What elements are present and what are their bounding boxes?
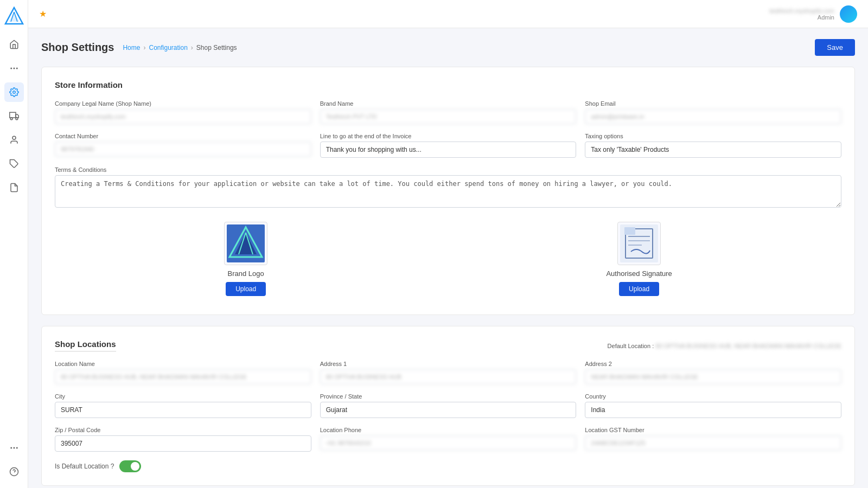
- svg-point-15: [13, 447, 15, 449]
- address2-label: Address 2: [585, 361, 841, 367]
- loc-row-3: Zip / Postal Code Location Phone Locatio…: [55, 427, 841, 452]
- city-label: City: [55, 393, 311, 400]
- gst-label: Location GST Number: [585, 427, 841, 433]
- sidebar-person[interactable]: [4, 130, 24, 150]
- svg-point-6: [16, 68, 17, 69]
- svg-point-14: [10, 447, 12, 449]
- brand-logo-item: Brand Logo Upload: [224, 222, 267, 296]
- sidebar-doc[interactable]: [4, 178, 24, 197]
- page-title: Shop Settings: [41, 41, 114, 54]
- default-location-toggle[interactable]: [119, 460, 141, 472]
- page-header: Shop Settings Home › Configuration › Sho…: [41, 39, 855, 56]
- invoice-line-group: Line to go at the end of the Invoice: [320, 133, 577, 158]
- invoice-line-label: Line to go at the end of the Invoice: [320, 133, 577, 139]
- brand-name-input[interactable]: [320, 109, 577, 124]
- breadcrumb-home[interactable]: Home: [123, 44, 140, 52]
- topbar: ★ testhinch.myshopify.com Admin: [28, 0, 868, 28]
- shop-email-input[interactable]: [585, 109, 841, 124]
- default-location-value: 80 OPTIVA BUSINESS HUB, NEAR BHAGWAN MAH…: [655, 343, 841, 349]
- phone-input[interactable]: [320, 435, 577, 451]
- locations-title: Shop Locations: [55, 339, 116, 352]
- country-group: Country: [585, 393, 841, 418]
- page-header-left: Shop Settings Home › Configuration › Sho…: [41, 41, 237, 54]
- breadcrumb: Home › Configuration › Shop Settings: [123, 44, 237, 52]
- authorised-sig-label: Authorised Signature: [606, 269, 672, 278]
- breadcrumb-config[interactable]: Configuration: [149, 44, 187, 52]
- company-input[interactable]: [55, 109, 311, 124]
- zip-input[interactable]: [55, 435, 311, 452]
- sidebar-help[interactable]: [4, 462, 24, 481]
- address2-group: Address 2: [585, 361, 841, 384]
- form-row-1: Company Legal Name (Shop Name) Brand Nam…: [55, 100, 841, 124]
- svg-point-5: [13, 68, 15, 69]
- save-button[interactable]: Save: [815, 39, 855, 56]
- authorised-sig-item: Authorised Signature Upload: [606, 222, 672, 296]
- svg-point-10: [10, 118, 12, 120]
- upload-row: Brand Logo Upload: [55, 216, 841, 301]
- country-input[interactable]: [585, 402, 841, 418]
- contact-group: Contact Number: [55, 133, 311, 158]
- province-input[interactable]: [320, 402, 577, 418]
- breadcrumb-sep1: ›: [143, 44, 145, 52]
- user-email: testhinch.myshopify.com: [769, 8, 834, 14]
- topbar-right: testhinch.myshopify.com Admin: [769, 5, 857, 23]
- contact-input[interactable]: [55, 142, 311, 157]
- brand-logo-label: Brand Logo: [228, 269, 264, 278]
- location-name-label: Location Name: [55, 361, 311, 367]
- company-name-group: Company Legal Name (Shop Name): [55, 100, 311, 124]
- user-avatar[interactable]: [840, 5, 857, 23]
- taxing-select[interactable]: Tax only 'Taxable' Products: [585, 142, 841, 158]
- svg-point-7: [12, 91, 15, 94]
- sidebar-dots1[interactable]: [4, 59, 24, 78]
- default-location-label: Default Location :: [608, 343, 654, 349]
- shop-locations-card: Shop Locations Default Location : 80 OPT…: [41, 326, 855, 486]
- address1-label: Address 1: [320, 361, 577, 367]
- company-label: Company Legal Name (Shop Name): [55, 100, 311, 107]
- breadcrumb-sep2: ›: [191, 44, 193, 52]
- city-input[interactable]: [55, 402, 311, 418]
- default-location-question: Is Default Location ?: [55, 463, 114, 470]
- toggle-slider: [119, 460, 141, 472]
- brand-logo-image: [227, 224, 265, 262]
- favorite-star[interactable]: ★: [39, 9, 47, 19]
- sig-image: [620, 224, 658, 262]
- terms-label: Terms & Conditions: [55, 166, 841, 173]
- sig-upload-btn[interactable]: Upload: [619, 282, 659, 296]
- sidebar-settings[interactable]: [4, 82, 24, 102]
- loc-row-2: City Province / State Country: [55, 393, 841, 418]
- store-info-title: Store Information: [55, 80, 841, 89]
- brand-name-group: Brand Name: [320, 100, 577, 124]
- svg-point-12: [12, 136, 16, 139]
- loc-row-1: Location Name Address 1 Address 2: [55, 361, 841, 384]
- sidebar-tag[interactable]: [4, 154, 24, 174]
- shop-email-label: Shop Email: [585, 100, 841, 107]
- sidebar-truck[interactable]: [4, 106, 24, 126]
- address2-input[interactable]: [585, 369, 841, 384]
- province-group: Province / State: [320, 393, 577, 418]
- store-information-card: Store Information Company Legal Name (Sh…: [41, 67, 855, 315]
- country-label: Country: [585, 393, 841, 400]
- gst-input[interactable]: [585, 435, 841, 451]
- svg-point-4: [10, 68, 12, 69]
- svg-rect-8: [9, 112, 15, 118]
- user-role: Admin: [769, 14, 834, 21]
- user-info: testhinch.myshopify.com Admin: [769, 8, 834, 21]
- taxing-label: Taxing options: [585, 133, 841, 139]
- svg-marker-9: [16, 114, 18, 118]
- sidebar-home[interactable]: [4, 35, 24, 54]
- sidebar: [0, 0, 28, 488]
- page-content: Shop Settings Home › Configuration › Sho…: [28, 28, 868, 488]
- city-group: City: [55, 393, 311, 418]
- form-row-3: Terms & Conditions Creating a Terms & Co…: [55, 166, 841, 208]
- terms-input[interactable]: Creating a Terms & Conditions for your a…: [55, 175, 841, 208]
- form-row-2: Contact Number Line to go at the end of …: [55, 133, 841, 158]
- brand-logo-upload-btn[interactable]: Upload: [226, 282, 266, 296]
- brand-logo-preview: [224, 222, 267, 265]
- invoice-line-input[interactable]: [320, 142, 577, 158]
- location-name-group: Location Name: [55, 361, 311, 384]
- phone-label: Location Phone: [320, 427, 577, 433]
- location-name-input[interactable]: [55, 369, 311, 384]
- app-logo: [4, 7, 24, 26]
- address1-input[interactable]: [320, 369, 577, 384]
- sidebar-dots2[interactable]: [4, 438, 24, 458]
